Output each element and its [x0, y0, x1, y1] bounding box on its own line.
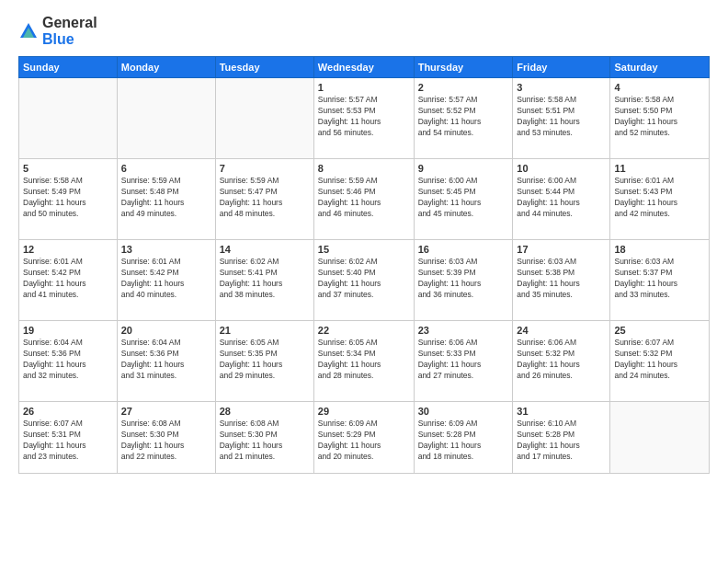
day-info: Sunrise: 6:03 AMSunset: 5:39 PMDaylight:…: [418, 257, 509, 301]
calendar-cell: 10Sunrise: 6:00 AMSunset: 5:44 PMDayligh…: [513, 159, 610, 240]
weekday-friday: Friday: [513, 57, 610, 78]
calendar-cell: 12Sunrise: 6:01 AMSunset: 5:42 PMDayligh…: [19, 240, 118, 321]
calendar-cell: 14Sunrise: 6:02 AMSunset: 5:41 PMDayligh…: [215, 240, 313, 321]
day-info: Sunrise: 6:00 AMSunset: 5:45 PMDaylight:…: [418, 176, 509, 220]
day-number: 2: [418, 82, 509, 93]
calendar-cell: 11Sunrise: 6:01 AMSunset: 5:43 PMDayligh…: [610, 159, 710, 240]
day-number: 14: [220, 244, 310, 255]
calendar-cell: 1Sunrise: 5:57 AMSunset: 5:53 PMDaylight…: [313, 78, 414, 159]
day-info: Sunrise: 6:04 AMSunset: 5:36 PMDaylight:…: [121, 338, 211, 382]
day-info: Sunrise: 6:01 AMSunset: 5:43 PMDaylight:…: [614, 176, 705, 220]
day-number: 31: [517, 406, 606, 417]
calendar-cell: 13Sunrise: 6:01 AMSunset: 5:42 PMDayligh…: [117, 240, 215, 321]
day-number: 1: [318, 82, 410, 93]
day-number: 17: [517, 244, 606, 255]
day-number: 19: [23, 325, 113, 336]
day-info: Sunrise: 6:08 AMSunset: 5:30 PMDaylight:…: [121, 419, 211, 463]
calendar-week-2: 12Sunrise: 6:01 AMSunset: 5:42 PMDayligh…: [19, 240, 710, 321]
calendar-cell: 9Sunrise: 6:00 AMSunset: 5:45 PMDaylight…: [414, 159, 513, 240]
calendar-cell: [117, 78, 215, 159]
calendar-cell: 3Sunrise: 5:58 AMSunset: 5:51 PMDaylight…: [513, 78, 610, 159]
calendar-cell: [610, 402, 710, 474]
day-number: 9: [418, 163, 509, 174]
day-number: 6: [121, 163, 211, 174]
day-number: 22: [318, 325, 410, 336]
calendar-week-0: 1Sunrise: 5:57 AMSunset: 5:53 PMDaylight…: [19, 78, 710, 159]
calendar-cell: 8Sunrise: 5:59 AMSunset: 5:46 PMDaylight…: [313, 159, 414, 240]
weekday-row: SundayMondayTuesdayWednesdayThursdayFrid…: [19, 57, 710, 78]
day-number: 12: [23, 244, 113, 255]
calendar-cell: 7Sunrise: 5:59 AMSunset: 5:47 PMDaylight…: [215, 159, 313, 240]
calendar-week-4: 26Sunrise: 6:07 AMSunset: 5:31 PMDayligh…: [19, 402, 710, 474]
weekday-wednesday: Wednesday: [313, 57, 414, 78]
calendar-cell: 18Sunrise: 6:03 AMSunset: 5:37 PMDayligh…: [610, 240, 710, 321]
calendar-cell: 27Sunrise: 6:08 AMSunset: 5:30 PMDayligh…: [117, 402, 215, 474]
day-number: 16: [418, 244, 509, 255]
calendar-cell: [215, 78, 313, 159]
day-number: 18: [614, 244, 705, 255]
day-info: Sunrise: 5:58 AMSunset: 5:49 PMDaylight:…: [23, 176, 113, 220]
day-info: Sunrise: 6:01 AMSunset: 5:42 PMDaylight:…: [121, 257, 211, 301]
calendar-cell: 4Sunrise: 5:58 AMSunset: 5:50 PMDaylight…: [610, 78, 710, 159]
calendar-week-1: 5Sunrise: 5:58 AMSunset: 5:49 PMDaylight…: [19, 159, 710, 240]
calendar-cell: 2Sunrise: 5:57 AMSunset: 5:52 PMDaylight…: [414, 78, 513, 159]
day-info: Sunrise: 5:58 AMSunset: 5:50 PMDaylight:…: [614, 95, 705, 139]
day-info: Sunrise: 6:05 AMSunset: 5:35 PMDaylight:…: [220, 338, 310, 382]
day-number: 28: [220, 406, 310, 417]
day-info: Sunrise: 6:09 AMSunset: 5:28 PMDaylight:…: [418, 419, 509, 463]
day-number: 13: [121, 244, 211, 255]
day-info: Sunrise: 6:02 AMSunset: 5:41 PMDaylight:…: [220, 257, 310, 301]
day-info: Sunrise: 6:07 AMSunset: 5:31 PMDaylight:…: [23, 419, 113, 463]
calendar-cell: 21Sunrise: 6:05 AMSunset: 5:35 PMDayligh…: [215, 321, 313, 402]
calendar-cell: 28Sunrise: 6:08 AMSunset: 5:30 PMDayligh…: [215, 402, 313, 474]
calendar-cell: 16Sunrise: 6:03 AMSunset: 5:39 PMDayligh…: [414, 240, 513, 321]
logo-icon: [18, 21, 39, 41]
calendar-cell: 6Sunrise: 5:59 AMSunset: 5:48 PMDaylight…: [117, 159, 215, 240]
day-number: 8: [318, 163, 410, 174]
weekday-monday: Monday: [117, 57, 215, 78]
calendar-body: 1Sunrise: 5:57 AMSunset: 5:53 PMDaylight…: [19, 78, 710, 474]
day-info: Sunrise: 6:03 AMSunset: 5:37 PMDaylight:…: [614, 257, 705, 301]
calendar-cell: 23Sunrise: 6:06 AMSunset: 5:33 PMDayligh…: [414, 321, 513, 402]
day-info: Sunrise: 5:59 AMSunset: 5:46 PMDaylight:…: [318, 176, 410, 220]
day-info: Sunrise: 5:57 AMSunset: 5:52 PMDaylight:…: [418, 95, 509, 139]
weekday-tuesday: Tuesday: [215, 57, 313, 78]
calendar-cell: 17Sunrise: 6:03 AMSunset: 5:38 PMDayligh…: [513, 240, 610, 321]
calendar-cell: 20Sunrise: 6:04 AMSunset: 5:36 PMDayligh…: [117, 321, 215, 402]
calendar-cell: 26Sunrise: 6:07 AMSunset: 5:31 PMDayligh…: [19, 402, 118, 474]
calendar-cell: 15Sunrise: 6:02 AMSunset: 5:40 PMDayligh…: [313, 240, 414, 321]
day-number: 24: [517, 325, 606, 336]
calendar-cell: 5Sunrise: 5:58 AMSunset: 5:49 PMDaylight…: [19, 159, 118, 240]
day-number: 30: [418, 406, 509, 417]
day-number: 23: [418, 325, 509, 336]
logo: General Blue: [18, 15, 97, 47]
day-info: Sunrise: 6:01 AMSunset: 5:42 PMDaylight:…: [23, 257, 113, 301]
day-info: Sunrise: 6:10 AMSunset: 5:28 PMDaylight:…: [517, 419, 606, 463]
calendar-page: General Blue SundayMondayTuesdayWednesda…: [0, 0, 728, 563]
header: General Blue: [18, 15, 710, 47]
day-number: 11: [614, 163, 705, 174]
calendar-cell: 25Sunrise: 6:07 AMSunset: 5:32 PMDayligh…: [610, 321, 710, 402]
day-info: Sunrise: 6:07 AMSunset: 5:32 PMDaylight:…: [614, 338, 705, 382]
day-info: Sunrise: 5:58 AMSunset: 5:51 PMDaylight:…: [517, 95, 606, 139]
weekday-saturday: Saturday: [610, 57, 710, 78]
day-info: Sunrise: 6:02 AMSunset: 5:40 PMDaylight:…: [318, 257, 410, 301]
calendar-cell: 19Sunrise: 6:04 AMSunset: 5:36 PMDayligh…: [19, 321, 118, 402]
day-info: Sunrise: 6:05 AMSunset: 5:34 PMDaylight:…: [318, 338, 410, 382]
calendar-header: SundayMondayTuesdayWednesdayThursdayFrid…: [19, 57, 710, 78]
day-number: 29: [318, 406, 410, 417]
calendar-cell: 30Sunrise: 6:09 AMSunset: 5:28 PMDayligh…: [414, 402, 513, 474]
day-number: 25: [614, 325, 705, 336]
day-info: Sunrise: 6:04 AMSunset: 5:36 PMDaylight:…: [23, 338, 113, 382]
day-number: 27: [121, 406, 211, 417]
day-number: 15: [318, 244, 410, 255]
weekday-sunday: Sunday: [19, 57, 118, 78]
day-number: 3: [517, 82, 606, 93]
day-info: Sunrise: 5:59 AMSunset: 5:48 PMDaylight:…: [121, 176, 211, 220]
logo-text: General Blue: [42, 15, 97, 47]
calendar-cell: 29Sunrise: 6:09 AMSunset: 5:29 PMDayligh…: [313, 402, 414, 474]
calendar-cell: [19, 78, 118, 159]
day-info: Sunrise: 6:06 AMSunset: 5:32 PMDaylight:…: [517, 338, 606, 382]
day-info: Sunrise: 6:06 AMSunset: 5:33 PMDaylight:…: [418, 338, 509, 382]
day-number: 26: [23, 406, 113, 417]
